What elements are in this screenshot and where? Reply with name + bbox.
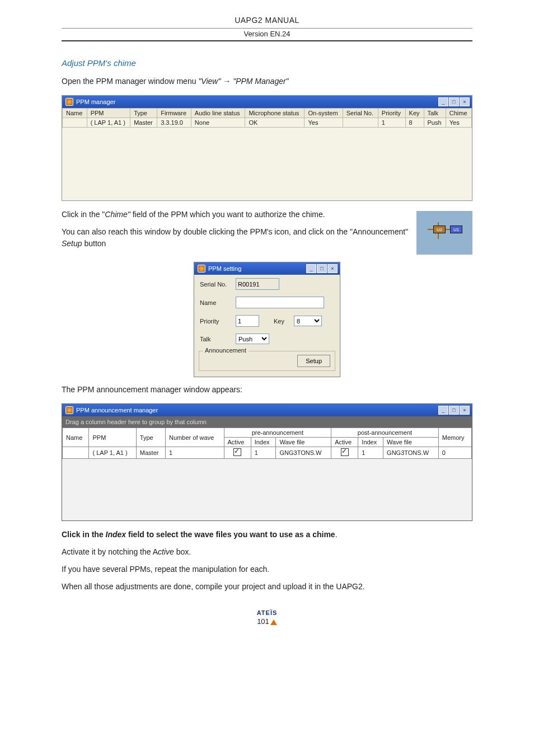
talk-label: Talk <box>200 336 230 342</box>
col-mic-status[interactable]: Microphone status <box>245 109 305 118</box>
cell-pre-wave[interactable]: GNG3TONS.W <box>276 447 331 459</box>
cell-post-active[interactable] <box>331 447 358 459</box>
announcement-row[interactable]: ( LAP 1, A1 ) Master 1 1 GNG3TONS.W 1 GN… <box>63 447 472 459</box>
key-select[interactable]: 8 <box>294 316 322 326</box>
cell-memory[interactable]: 0 <box>438 447 471 459</box>
maximize-icon[interactable]: □ <box>449 97 459 106</box>
col-memory[interactable]: Memory <box>438 428 471 447</box>
app-icon <box>65 406 73 414</box>
col-number-of-wave[interactable]: Number of wave <box>166 428 224 447</box>
name-input[interactable] <box>236 297 324 308</box>
cell-talk[interactable]: Push <box>424 118 446 128</box>
active-word: ctive <box>158 547 174 556</box>
setup-button[interactable]: Setup <box>297 355 330 367</box>
col-audio-line[interactable]: Audio line status <box>191 109 245 118</box>
cell-firmware[interactable]: 3.3.19.0 <box>157 118 191 128</box>
cell-number-of-wave[interactable]: 1 <box>166 447 224 459</box>
serial-label: Serial No. <box>200 281 230 288</box>
priority-stepper[interactable] <box>236 315 259 327</box>
col-pre-wave[interactable]: Wave file <box>276 438 331 447</box>
col-pre-index[interactable]: Index <box>251 438 276 447</box>
node-u2: U2 <box>433 226 446 233</box>
cell-post-wave[interactable]: GNG3TONS.W <box>383 447 439 459</box>
cell-pre-index[interactable]: 1 <box>251 447 276 459</box>
col-name[interactable]: Name <box>63 428 89 447</box>
col-chime[interactable]: Chime <box>446 109 471 118</box>
minimize-icon[interactable]: _ <box>438 406 448 415</box>
txt: Activate it by notching the A <box>62 547 158 556</box>
close-icon[interactable]: × <box>327 264 338 273</box>
app-icon <box>65 98 73 106</box>
checkbox-icon[interactable] <box>341 448 349 456</box>
close-icon[interactable]: × <box>460 406 470 415</box>
txt: box. <box>174 547 191 556</box>
col-type[interactable]: Type <box>130 109 157 118</box>
col-serial[interactable]: Serial No. <box>343 109 378 118</box>
cell-mic-status[interactable]: OK <box>245 118 305 128</box>
cell-ppm[interactable]: ( LAP 1, A1 ) <box>87 118 130 128</box>
arrow: → <box>223 77 233 86</box>
talk-select[interactable]: Push <box>236 334 269 344</box>
close-icon[interactable]: × <box>460 97 470 106</box>
page-number: 101 <box>257 617 269 626</box>
col-pre-announcement[interactable]: pre-announcement <box>224 428 331 438</box>
minimize-icon[interactable]: _ <box>438 97 448 106</box>
col-firmware[interactable]: Firmware <box>157 109 191 118</box>
cell-name[interactable] <box>63 118 87 128</box>
window-buttons: _ □ × <box>438 406 470 415</box>
brand-logo: ATEÏS <box>62 609 472 616</box>
col-post-index[interactable]: Index <box>358 438 383 447</box>
txt: Click in the " <box>62 210 105 219</box>
ppm-manager-header-row: Name PPM Type Firmware Audio line status… <box>63 109 472 118</box>
col-ppm[interactable]: PPM <box>87 109 130 118</box>
ppm-manager-empty-area <box>62 128 472 200</box>
cell-audio-line[interactable]: None <box>191 118 245 128</box>
txt: button <box>82 239 106 248</box>
setup-word: Setup <box>62 239 82 248</box>
title-sep <box>62 28 472 29</box>
maximize-icon[interactable]: □ <box>449 406 459 415</box>
col-pre-active[interactable]: Active <box>224 438 251 447</box>
ann-header-row-1: Name PPM Type Number of wave pre-announc… <box>63 428 472 438</box>
cell-on-system[interactable]: Yes <box>305 118 343 128</box>
col-on-system[interactable]: On-system <box>305 109 343 118</box>
window-buttons: _ □ × <box>438 97 470 106</box>
ppm-manager-title: PPM manager <box>76 98 115 105</box>
cell-ppm[interactable]: ( LAP 1, A1 ) <box>89 447 136 459</box>
cell-name[interactable] <box>63 447 89 459</box>
section-heading: Adjust PPM's chime <box>62 58 472 68</box>
group-by-bar[interactable]: Drag a column header here to group by th… <box>62 416 472 428</box>
window-buttons: _ □ × <box>306 264 338 273</box>
maximize-icon[interactable]: □ <box>317 264 327 273</box>
cell-post-index[interactable]: 1 <box>358 447 383 459</box>
cell-chime[interactable]: Yes <box>446 118 471 128</box>
col-ppm[interactable]: PPM <box>89 428 136 447</box>
col-post-wave[interactable]: Wave file <box>383 438 439 447</box>
ppm-manager-row[interactable]: ( LAP 1, A1 ) Master 3.3.19.0 None OK Ye… <box>63 118 472 128</box>
col-key[interactable]: Key <box>405 109 424 118</box>
checkbox-icon[interactable] <box>233 448 241 456</box>
col-post-active[interactable]: Active <box>331 438 358 447</box>
para-click-index: Click in the Index field to select the w… <box>62 529 472 541</box>
priority-label: Priority <box>200 318 230 325</box>
cell-serial[interactable] <box>343 118 378 128</box>
announcement-fieldset: Announcement Setup <box>199 351 335 371</box>
cell-type[interactable]: Master <box>130 118 157 128</box>
page-header: UAPG2 MANUAL Version EN.24 <box>62 16 472 41</box>
col-name[interactable]: Name <box>63 109 87 118</box>
col-type[interactable]: Type <box>136 428 165 447</box>
col-post-announcement[interactable]: post-announcement <box>331 428 439 438</box>
cell-type[interactable]: Master <box>136 447 165 459</box>
col-priority[interactable]: Priority <box>378 109 405 118</box>
txt: field to select the wave files you want … <box>126 530 335 539</box>
key-label: Key <box>274 318 288 325</box>
cell-key[interactable]: 8 <box>405 118 424 128</box>
ppm-manager-screenshot: PPM manager _ □ × Name PPM Type Firmware… <box>62 95 472 201</box>
col-talk[interactable]: Talk <box>424 109 446 118</box>
cell-pre-active[interactable] <box>224 447 251 459</box>
cell-priority[interactable]: 1 <box>378 118 405 128</box>
name-row: Name <box>194 293 340 312</box>
talk-row: Talk Push <box>194 330 340 348</box>
minimize-icon[interactable]: _ <box>306 264 316 273</box>
para-ann-appears: The PPM announcement manager window appe… <box>62 384 472 396</box>
